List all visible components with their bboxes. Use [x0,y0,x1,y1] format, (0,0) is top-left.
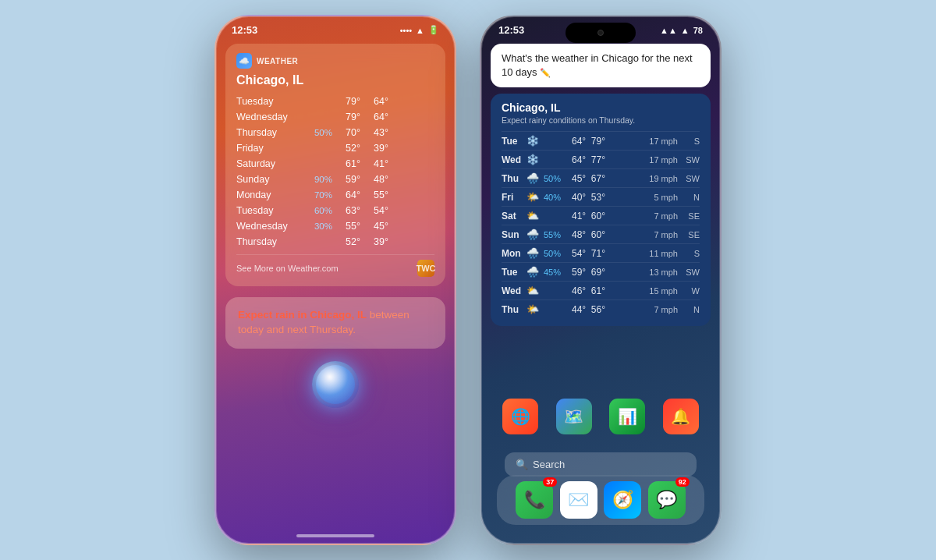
forecast-hi: 63° [332,205,360,216]
forecast-pct2: 45% [544,268,572,277]
forecast-row-2: Tue 🌧️ 45% 59° 69° 13 mph SW [502,262,700,281]
forecast-dir: SE [681,230,700,239]
forecast-hi: 59° [332,174,360,185]
weather-channel-badge: TWC [417,260,434,277]
forecast-lo: 39° [360,236,388,247]
dots-icon: •••• [400,26,412,35]
status-bar-1: 12:53 •••• ▲ 🔋 [216,16,455,39]
app-icons-row: 🌐 🗺️ 📊 🔔 [481,394,720,439]
search-bar[interactable]: 🔍 Search [505,452,697,477]
forecast-day: Monday [236,190,303,200]
forecast-range: 54° 71° [572,248,649,259]
forecast-row-2: Thu 🌧️ 50% 45° 67° 19 mph SW [502,168,700,187]
forecast-range: 45° 67° [572,173,649,184]
weather-app-icon: ☁️ [236,53,252,69]
forecast-lo: 48° [360,174,388,185]
edit-icon[interactable]: ✏️ [540,68,551,77]
search-label: Search [533,459,565,470]
forecast-hi: 70° [332,127,360,138]
forecast-icon2: ⛅ [526,285,544,296]
forecast-pct: 90% [303,175,332,184]
phone1: 12:53 •••• ▲ 🔋 ☁️ WEATHER Chicago, IL Tu… [214,15,456,545]
app-sheets[interactable]: 📊 [609,399,645,434]
forecast-row-1: Monday 70% 64° 55° [236,187,434,203]
forecast-wind: 11 mph [649,249,678,258]
forecast-day2: Sat [502,211,526,222]
forecast-day: Tuesday [236,205,303,216]
forecast-hi: 52° [332,143,360,154]
forecast-day2: Wed [502,154,526,165]
dock-messages[interactable]: 💬 92 [648,481,686,519]
forecast-day2: Fri [502,192,526,203]
forecast-row-1: Wednesday 79° 64° [236,109,434,125]
forecast-wind: 19 mph [649,174,678,183]
forecast-day: Friday [236,143,303,154]
weather-header: ☁️ WEATHER [236,53,434,69]
dock: 📞 37 ✉️ 🧭 💬 92 [497,475,704,525]
forecast-dir: N [681,305,700,314]
forecast-day2: Thu [502,173,526,184]
forecast-pct2: 55% [544,230,572,239]
home-indicator-1 [296,534,374,537]
forecast-row-2: Thu 🌤️ 44° 56° 7 mph N [502,299,700,318]
forecast-wind: 7 mph [654,230,678,239]
forecast-wind: 7 mph [654,211,678,221]
weather-card-2: Chicago, IL Expect rainy conditions on T… [491,94,711,326]
forecast-day: Wednesday [236,112,303,122]
forecast-hi: 55° [332,221,360,232]
forecast-list-2: Tue ❄️ 64° 79° 17 mph S Wed ❄️ 64° 77° 1… [502,131,700,318]
see-more-section[interactable]: See More on Weather.com TWC [236,254,434,277]
search-icon: 🔍 [516,459,528,470]
forecast-dir: S [681,249,700,258]
forecast-day: Saturday [236,158,303,169]
dock-safari[interactable]: 🧭 [604,481,641,519]
forecast-lo: 45° [360,221,388,232]
forecast-wind: 13 mph [649,268,678,277]
siri-orb[interactable] [312,361,359,408]
siri-orb-container[interactable] [216,361,455,408]
forecast-day2: Tue [502,267,526,278]
camera-dot [597,30,604,36]
forecast-wind: 17 mph [649,155,678,165]
forecast-icon2: 🌧️ [526,229,544,240]
forecast-row-1: Sunday 90% 59° 48° [236,172,434,187]
app-maps[interactable]: 🗺️ [556,399,592,434]
city-2: Chicago, IL [502,101,700,114]
dock-gmail[interactable]: ✉️ [560,481,597,519]
forecast-hi: 61° [332,158,360,169]
forecast-day2: Thu [502,304,526,315]
phone-badge: 37 [543,477,557,487]
forecast-dir: N [681,193,700,202]
time-2: 12:53 [498,24,524,36]
app-notification[interactable]: 🔔 [663,399,699,434]
forecast-icon2: 🌤️ [526,303,544,315]
forecast-lo: 55° [360,190,388,200]
forecast-pct: 60% [303,206,332,215]
weather-subtitle: Expect rainy conditions on Thursday. [502,115,700,125]
forecast-icon2: 🌧️ [526,247,544,259]
siri-message-text: Expect rain in Chicago, IL between today… [238,308,433,338]
wifi-icon-2: ▲ [681,26,690,35]
forecast-icon2: 🌧️ [526,266,544,278]
app-chrome[interactable]: 🌐 [502,399,538,434]
forecast-day2: Mon [502,248,526,259]
wifi-icon: ▲ [416,26,424,35]
forecast-range: 40° 53° [572,192,654,203]
dock-phone[interactable]: 📞 37 [516,481,553,519]
forecast-pct: 50% [303,128,332,137]
forecast-range: 46° 61° [572,285,649,296]
siri-query-box[interactable]: What's the weather in Chicago for the ne… [491,44,711,87]
see-more-text[interactable]: See More on Weather.com [236,264,339,273]
forecast-lo: 43° [360,127,388,138]
forecast-day: Thursday [236,236,303,247]
forecast-lo: 54° [360,205,388,216]
forecast-dir: SW [681,268,700,277]
dynamic-island [566,23,636,43]
forecast-hi: 64° [332,190,360,200]
forecast-pct: 70% [303,190,332,200]
forecast-row-1: Saturday 61° 41° [236,156,434,172]
forecast-range: 64° 79° [572,136,649,147]
forecast-lo: 39° [360,143,388,154]
forecast-pct: 30% [303,222,332,231]
forecast-list-1: Tuesday 79° 64° Wednesday 79° 64° Thursd… [236,94,434,250]
